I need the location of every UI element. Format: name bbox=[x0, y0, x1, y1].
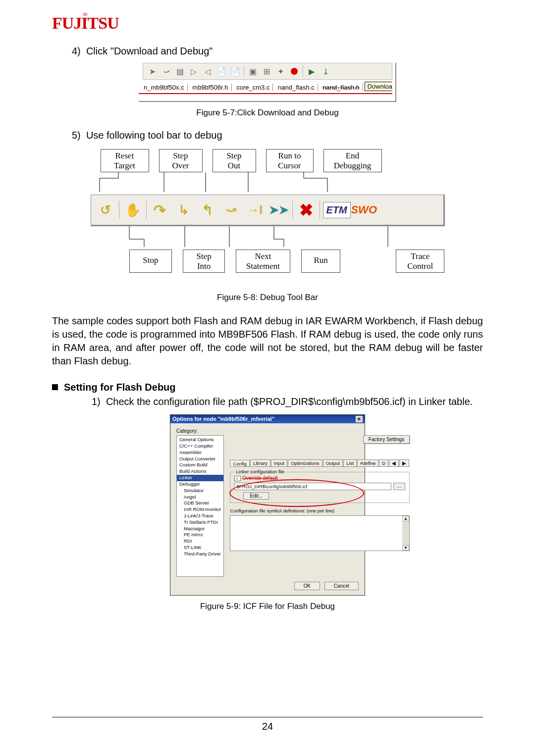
page-number: 24 bbox=[0, 721, 535, 732]
tab-input[interactable]: Input bbox=[271, 459, 287, 466]
figure-5-8-caption: Figure 5-8: Debug Tool Bar bbox=[52, 293, 483, 302]
list-item[interactable]: IAR ROM-monitor bbox=[177, 506, 223, 513]
step-5: 5) Use following tool bar to debug bbox=[72, 130, 483, 141]
label-reset-target: ResetTarget bbox=[101, 149, 149, 172]
category-label: Category: bbox=[176, 428, 359, 434]
tooltip-download-debug: Download and Debug bbox=[365, 82, 392, 91]
tab-define[interactable]: #define bbox=[357, 459, 378, 466]
tab-file[interactable]: mb9bf506r.h bbox=[189, 84, 231, 91]
etm-button[interactable]: ETM bbox=[323, 202, 351, 218]
tool-icon[interactable]: ✦ bbox=[273, 64, 287, 78]
symdefs-label: Configuration file symbol definitions: (… bbox=[230, 508, 410, 513]
figure-5-7: ➤ ⤻ ▤ ▷ ◁ 📄 📄 ▣ ⊞ ✦ ▶ ⤓ n_mb9bf50x.c mb9… bbox=[139, 63, 396, 102]
reset-icon[interactable]: ↺ bbox=[95, 200, 116, 220]
list-item[interactable]: C/C++ Compiler bbox=[177, 443, 223, 450]
tab-scroll-left-icon[interactable]: ◀ bbox=[389, 459, 399, 466]
list-item[interactable]: General Options bbox=[177, 437, 223, 443]
tab-file[interactable]: nand_flash.c bbox=[275, 84, 318, 91]
heading-flash-debug: Setting for Flash Debug bbox=[52, 382, 483, 393]
label-trace-control: TraceControl bbox=[396, 250, 444, 273]
list-item[interactable]: Simulator bbox=[177, 488, 223, 494]
list-item[interactable]: RDI bbox=[177, 538, 223, 545]
tab-more[interactable]: D bbox=[379, 459, 388, 466]
fujitsu-logo: FUJITSU∞ bbox=[52, 15, 483, 32]
scrollbar[interactable]: ▲▼ bbox=[402, 516, 409, 551]
list-item[interactable]: Assembler bbox=[177, 450, 223, 456]
option-tabs: Config Library Input Optimizations Outpu… bbox=[230, 459, 410, 467]
override-default-checkbox[interactable]: ✓ Override default bbox=[234, 475, 405, 481]
window-icon[interactable]: ▣ bbox=[246, 64, 260, 78]
tab-scroll-right-icon[interactable]: ▶ bbox=[399, 459, 409, 466]
download-icon[interactable]: ⤓ bbox=[319, 64, 332, 78]
swo-button[interactable]: SWO bbox=[354, 200, 374, 220]
cancel-button[interactable]: Cancel bbox=[324, 582, 359, 590]
next-statement-icon[interactable]: ⤻ bbox=[221, 200, 242, 220]
step-icon[interactable]: ⤻ bbox=[159, 64, 173, 78]
pointer-icon[interactable]: ➤ bbox=[145, 64, 159, 78]
page-up-icon[interactable]: 📄 bbox=[214, 64, 228, 78]
browse-button[interactable]: … bbox=[393, 483, 405, 490]
list-item[interactable]: Macraigor bbox=[177, 526, 223, 532]
square-bullet-icon bbox=[52, 384, 58, 390]
list-item[interactable]: ST-LINK bbox=[177, 545, 223, 551]
tab-output[interactable]: Output bbox=[323, 459, 343, 466]
list-item[interactable]: PE micro bbox=[177, 532, 223, 538]
step-into-icon[interactable]: ↳ bbox=[173, 200, 194, 220]
list-item-selected[interactable]: Linker bbox=[177, 475, 223, 481]
bookmark-next-icon[interactable]: ▷ bbox=[187, 64, 201, 78]
step-over-icon[interactable]: ↷ bbox=[150, 200, 170, 220]
breakpoint-icon[interactable] bbox=[287, 64, 301, 78]
label-end-debugging: EndDebugging bbox=[323, 149, 382, 172]
page-down-icon[interactable]: 📄 bbox=[228, 64, 242, 78]
ide-toolbar: ➤ ⤻ ▤ ▷ ◁ 📄 📄 ▣ ⊞ ✦ ▶ ⤓ bbox=[143, 63, 392, 80]
tab-optimizations[interactable]: Optimizations bbox=[288, 459, 322, 466]
substep-1: 1) Check the configuration file path ($P… bbox=[92, 396, 483, 407]
label-next-statement: NextStatement bbox=[236, 250, 290, 273]
bookmark-prev-icon[interactable]: ◁ bbox=[201, 64, 214, 78]
tab-library[interactable]: Library bbox=[250, 459, 270, 466]
list-item[interactable]: Debugger bbox=[177, 481, 223, 488]
list-item[interactable]: Build Actions bbox=[177, 468, 223, 475]
label-step-out: StepOut bbox=[213, 149, 256, 172]
body-paragraph: The sample codes support both Flash and … bbox=[52, 314, 483, 368]
list-item[interactable]: Third-Party Driver bbox=[177, 551, 223, 557]
label-stop: Stop bbox=[129, 250, 172, 273]
tab-file[interactable]: nand_flash.h bbox=[320, 84, 363, 91]
connector-lines-bottom bbox=[91, 226, 445, 247]
label-step-over: StepOver bbox=[159, 149, 203, 172]
footer-rule bbox=[52, 717, 483, 717]
end-debug-icon[interactable]: ✖ bbox=[296, 200, 317, 220]
tab-file[interactable]: core_cm3.c bbox=[233, 84, 273, 91]
figure-5-9-caption: Figure 5-9: ICF File for Flash Debug bbox=[52, 602, 483, 611]
dialog-titlebar: Options for node "mb9bf506r_mfserial" × bbox=[170, 415, 365, 423]
category-list[interactable]: General Options C/C++ Compiler Assembler… bbox=[176, 435, 224, 577]
connector-lines-top bbox=[91, 172, 445, 192]
list-item[interactable]: TI Stellaris FTDI bbox=[177, 519, 223, 526]
step-out-icon[interactable]: ↰ bbox=[197, 200, 218, 220]
list-item[interactable]: GDB Server bbox=[177, 500, 223, 506]
grid-icon[interactable]: ⊞ bbox=[260, 64, 273, 78]
stop-icon[interactable]: ✋ bbox=[122, 200, 143, 220]
list-item[interactable]: Angel bbox=[177, 494, 223, 501]
run-to-cursor-icon[interactable]: →I bbox=[245, 200, 266, 220]
list-item[interactable]: J-Link/J-Trace bbox=[177, 513, 223, 519]
download-debug-icon[interactable]: ▶ bbox=[305, 64, 319, 78]
list-icon[interactable]: ▤ bbox=[173, 64, 187, 78]
edit-button[interactable]: Edit... bbox=[243, 492, 269, 500]
tab-list[interactable]: List bbox=[343, 459, 357, 466]
list-item[interactable]: Custom Build bbox=[177, 462, 223, 468]
tab-config[interactable]: Config bbox=[230, 460, 249, 467]
label-run-to-cursor: Run toCursor bbox=[266, 149, 314, 172]
list-item[interactable]: Output Converter bbox=[177, 456, 223, 462]
tab-file[interactable]: n_mb9bf50x.c bbox=[141, 84, 188, 91]
factory-settings-button[interactable]: Factory Settings bbox=[363, 435, 410, 444]
label-step-into: StepInto bbox=[183, 250, 225, 273]
group-legend: Linker configuration file bbox=[234, 469, 286, 474]
config-path-input[interactable] bbox=[234, 483, 391, 490]
run-icon[interactable]: ➤➤ bbox=[268, 200, 289, 220]
ok-button[interactable]: OK bbox=[294, 582, 320, 590]
figure-5-7-caption: Figure 5-7:Click Download and Debug bbox=[52, 108, 483, 118]
symdefs-textarea[interactable]: ▲▼ bbox=[230, 515, 410, 551]
label-run: Run bbox=[301, 250, 340, 273]
close-icon[interactable]: × bbox=[356, 416, 363, 422]
